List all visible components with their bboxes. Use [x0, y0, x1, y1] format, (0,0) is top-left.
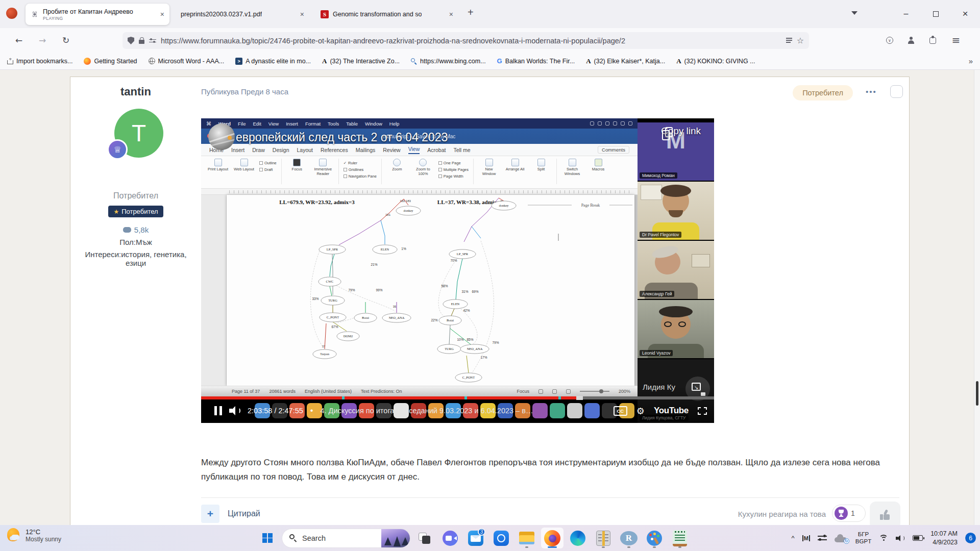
hamburger-menu-icon[interactable]: ≡	[947, 32, 965, 48]
bookmark-balkan-worlds[interactable]: GBalkan Worlds: The Fir...	[497, 57, 575, 65]
pause-button[interactable]	[214, 406, 222, 415]
winzip-button[interactable]	[592, 528, 615, 548]
google-g-icon: G	[497, 57, 502, 65]
list-all-tabs-chevron-icon[interactable]	[851, 11, 857, 18]
reader-view-icon[interactable]	[786, 37, 792, 44]
chapter-title[interactable]: 4. Дискуссия по итогам заседаний 9.03.20…	[320, 407, 533, 415]
word-tab-view-active[interactable]: View	[408, 146, 420, 154]
forward-button[interactable]: →	[34, 32, 51, 48]
volume-icon[interactable]	[896, 535, 905, 542]
pocket-icon[interactable]: ∨	[881, 32, 898, 48]
post-options-dots[interactable]: •••	[866, 87, 877, 96]
task-view-button[interactable]	[413, 528, 436, 548]
reaction-pill[interactable]: 1	[832, 505, 866, 522]
settings-sliders-icon[interactable]	[818, 535, 827, 542]
reload-button[interactable]: ↻	[57, 32, 75, 48]
post-select-checkbox[interactable]	[890, 85, 903, 98]
word-comments-button[interactable]: Comments	[598, 146, 629, 154]
quote-button[interactable]: Цитирай	[228, 509, 260, 518]
bookmark-star-icon[interactable]: ☆	[797, 36, 804, 45]
fullscreen-icon[interactable]	[698, 407, 707, 415]
youtube-logo[interactable]: YouTube	[654, 406, 689, 416]
bookmark-getting-started[interactable]: Getting Started	[84, 58, 137, 65]
firefox-app-icon[interactable]	[6, 8, 17, 19]
mail-button[interactable]: 3	[464, 528, 487, 548]
weather-widget[interactable]: 12°CMostly sunny	[6, 528, 61, 543]
notification-badge[interactable]: 6	[965, 533, 976, 543]
globe-icon	[149, 58, 155, 64]
author-panel: tantin Потребител ★Потребител 5,8k Пол:М…	[70, 77, 201, 267]
bookmarks-overflow-chevron[interactable]: »	[969, 57, 973, 65]
start-button[interactable]	[256, 528, 279, 548]
post-timestamp[interactable]: Публикува Преди 8 часа	[201, 87, 288, 96]
search-box[interactable]: Search	[282, 529, 410, 548]
bookmark-elke-kaiser[interactable]: A(32) Elke Kaiser*, Katja...	[586, 57, 665, 65]
tab-genomic[interactable]: S Genomic transformation and so ×	[315, 4, 458, 25]
window-maximize-button[interactable]	[921, 0, 950, 28]
r-project-button[interactable]: R	[618, 528, 640, 548]
video-progress-bar[interactable]	[201, 396, 714, 399]
notepad-button[interactable]	[669, 528, 691, 548]
chat-button[interactable]	[439, 528, 461, 548]
participants-column: M Мимоход Роман Dr Pavel Flegontov	[638, 118, 714, 423]
tab-close-icon[interactable]: ×	[160, 10, 164, 18]
admixture-trees-figure: LL=679.9, WR=23.92, admix=3 183 183 181 …	[201, 195, 638, 386]
reaction-summary-text[interactable]: Кухулин реагира на това	[663, 510, 826, 518]
bookmark-word[interactable]: Microsoft Word - AAA...	[149, 58, 225, 65]
url-text[interactable]: https://www.forumnauka.bg/topic/24746-pr…	[161, 37, 781, 45]
svg-text:31%: 31%	[461, 290, 468, 293]
battery-icon[interactable]	[913, 535, 923, 541]
app-button-blue[interactable]	[490, 528, 512, 548]
https-lock-icon[interactable]	[139, 40, 144, 44]
edge-button[interactable]	[567, 528, 589, 548]
settings-gear-icon[interactable]: ⚙	[636, 406, 645, 416]
permissions-icon[interactable]	[149, 38, 156, 44]
hair	[659, 306, 693, 317]
multiquote-plus-button[interactable]: +	[201, 505, 219, 523]
wifi-icon[interactable]	[879, 535, 888, 542]
onedrive-sync-icon[interactable]: ↻	[835, 534, 848, 542]
volume-icon[interactable]	[229, 406, 240, 415]
window-close-button[interactable]: ×	[950, 0, 980, 28]
bookmark-import[interactable]: ↓Import bookmarks...	[7, 58, 72, 65]
search-highlight-image[interactable]	[381, 529, 410, 548]
apple-menu-icon: ⌘	[206, 121, 211, 127]
author-username[interactable]: tantin	[70, 85, 201, 98]
import-icon: ↓	[7, 60, 13, 64]
bookmark-interactive-zo[interactable]: A(32) The Interactive Zo...	[322, 57, 400, 65]
extensions-puzzle-icon[interactable]	[924, 32, 941, 48]
account-icon[interactable]	[902, 32, 920, 48]
tab-close-icon[interactable]: ×	[300, 10, 304, 18]
bookmark-bing[interactable]: https://www.bing.com...	[411, 58, 486, 65]
word-ruler	[201, 189, 638, 195]
tab-pdf[interactable]: preprints202003.0237.v1.pdf ×	[176, 4, 309, 25]
back-button[interactable]: ←	[10, 32, 28, 48]
captions-button[interactable]: CC	[614, 406, 627, 416]
clock[interactable]: 10:07 AM4/9/2023	[930, 530, 958, 547]
file-explorer-button[interactable]	[516, 528, 538, 548]
video-title-overlay[interactable]: европейский след часть 2 от 6 04 2023	[228, 131, 448, 144]
media-app-tray-icon[interactable]: M	[802, 535, 810, 541]
paint-button[interactable]	[643, 528, 666, 548]
page-scrollbar[interactable]	[974, 70, 980, 525]
firefox-button-active[interactable]	[541, 528, 564, 548]
window-minimize-button[interactable]: –	[891, 0, 921, 28]
like-button[interactable]	[870, 502, 900, 525]
copy-link-button[interactable]: Copy link	[650, 126, 712, 137]
language-indicator[interactable]: БГРBGPT	[855, 531, 871, 545]
svg-text:79%: 79%	[348, 288, 355, 292]
bookmark-kokino[interactable]: A(32) KOKINO: GIVING ...	[676, 57, 755, 65]
address-bar[interactable]: https://www.forumnauka.bg/topic/24746-pr…	[122, 32, 809, 49]
scrollbar-thumb[interactable]	[976, 381, 978, 406]
rank-seal-crown-icon: ♕	[107, 139, 128, 160]
tracking-protection-shield-icon[interactable]	[128, 37, 134, 44]
tray-overflow-chevron[interactable]: ^	[792, 534, 795, 542]
new-tab-button[interactable]: +	[468, 7, 474, 18]
svg-text:C_PONT: C_PONT	[462, 375, 475, 379]
tab-forum-active[interactable]: Пробите от Капитан Андреево PLAYING ×	[26, 4, 169, 25]
svg-text:67%: 67%	[331, 325, 338, 329]
youtube-video-player[interactable]: ⌘ WordFileEditViewInsertFormatToolsTable…	[201, 118, 714, 423]
progress-playhead[interactable]	[576, 396, 583, 400]
bookmark-dynastic[interactable]: >A dynastic elite in mo...	[235, 58, 311, 65]
tab-close-icon[interactable]: ×	[449, 10, 453, 18]
